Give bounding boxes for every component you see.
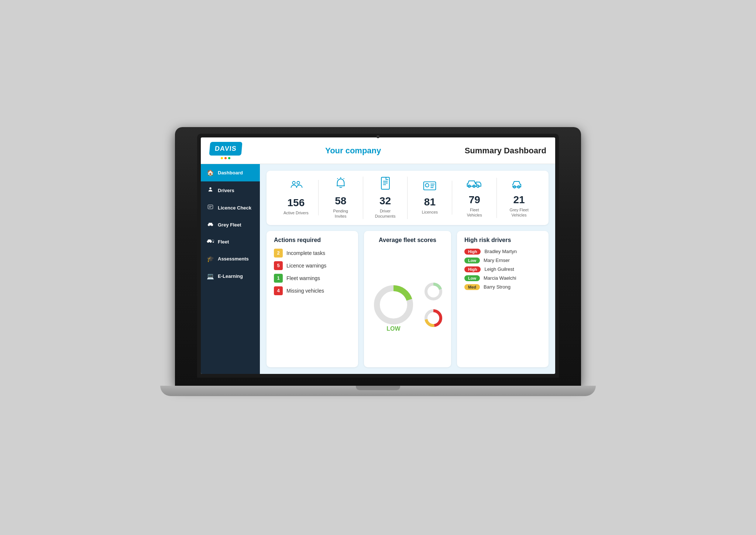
svg-point-6 [207, 241, 209, 243]
sidebar-label-drivers: Drivers [218, 188, 234, 193]
active-drivers-label: Active Drivers [284, 210, 309, 215]
stat-pending-invites[interactable]: 58 PendingInvites [319, 177, 363, 219]
screen: DAVIS Your company Summary Dashboard [201, 137, 555, 374]
svg-point-17 [426, 184, 429, 187]
pending-invites-number: 58 [335, 195, 346, 207]
sidebar-item-grey-fleet[interactable]: Grey Fleet [201, 216, 260, 233]
licence-warnings-label: Licence warnings [286, 263, 326, 269]
app-body: 🏠 Dashboard Drivers [201, 164, 555, 374]
dot-green [228, 157, 230, 159]
dashboard-title: Summary Dashboard [465, 146, 546, 156]
svg-rect-1 [208, 205, 213, 209]
main-donut-chart: LOW [371, 283, 416, 327]
risk-badge-4: Med [464, 284, 480, 290]
action-row-licence-warnings[interactable]: 5 Licence warnings [274, 261, 351, 270]
missing-vehicles-label: Missing vehicles [286, 288, 324, 294]
stat-active-drivers[interactable]: 156 Active Drivers [274, 180, 319, 215]
driver-docs-label: DriverDocuments [375, 208, 396, 219]
driver-docs-number: 32 [379, 195, 391, 207]
car-icon [207, 221, 214, 228]
fleet-score-label: LOW [386, 326, 400, 332]
laptop-base [160, 386, 596, 396]
fleet-scores-title: Average fleet scores [379, 237, 436, 243]
stats-row: 156 Active Drivers [267, 171, 549, 225]
risk-badge-1: Low [464, 258, 480, 263]
action-row-missing-vehicles[interactable]: 4 Missing vehicles [274, 286, 351, 295]
small-donut-2 [423, 308, 444, 328]
fleet-vehicles-label: FleetVehicles [467, 207, 482, 218]
stat-fleet-vehicles[interactable]: 79 FleetVehicles [452, 178, 497, 218]
laptop-frame: DAVIS Your company Summary Dashboard [175, 127, 581, 408]
pending-invites-label: PendingInvites [333, 208, 348, 219]
invites-icon [335, 177, 346, 192]
actions-required-card: Actions required 2 Incomplete tasks [267, 231, 358, 367]
actions-card-title: Actions required [274, 237, 351, 243]
sidebar-item-licence-check[interactable]: Licence Check [201, 199, 260, 216]
driver-row-0[interactable]: High Bradley Martyn [464, 249, 541, 255]
stat-grey-fleet[interactable]: 21 Grey FleetVehicles [497, 178, 541, 218]
licence-icon [207, 204, 214, 211]
company-name: Your company [325, 146, 381, 156]
documents-icon [380, 177, 391, 192]
main-content: 156 Active Drivers [260, 164, 555, 374]
sidebar-label-fleet: Fleet [218, 239, 229, 245]
driver-row-2[interactable]: High Leigh Guilrest [464, 266, 541, 272]
sidebar-item-dashboard[interactable]: 🏠 Dashboard [201, 164, 260, 181]
elearning-icon: 💻 [207, 273, 214, 280]
risk-badge-3: Low [464, 275, 480, 281]
licences-number: 81 [424, 196, 436, 208]
driver-name-0: Bradley Martyn [484, 249, 516, 254]
logo-badge: DAVIS [209, 142, 242, 156]
svg-point-4 [208, 225, 210, 226]
sidebar-label-elearning: E-Learning [218, 273, 243, 279]
logo-wrapper: DAVIS [210, 142, 242, 159]
sidebar-label-licence-check: Licence Check [218, 205, 251, 211]
incomplete-label: Incomplete tasks [286, 250, 325, 256]
grey-fleet-vehicles-icon [512, 178, 526, 191]
sidebar-label-dashboard: Dashboard [218, 170, 243, 176]
person-icon [207, 187, 214, 194]
action-row-incomplete[interactable]: 2 Incomplete tasks [274, 249, 351, 258]
svg-point-5 [211, 225, 213, 226]
sidebar-item-drivers[interactable]: Drivers [201, 181, 260, 199]
driver-name-1: Mary Ernser [484, 258, 510, 263]
dot-orange [224, 157, 227, 159]
missing-vehicles-badge: 4 [274, 286, 283, 295]
stat-driver-docs[interactable]: 32 DriverDocuments [363, 177, 408, 219]
donut-svg [371, 283, 416, 327]
svg-point-10 [297, 181, 300, 184]
sidebar-item-assessments[interactable]: 🎓 Assessments [201, 250, 260, 268]
fleet-warnings-label: Fleet warnings [286, 275, 320, 281]
laptop-body: DAVIS Your company Summary Dashboard [175, 127, 581, 386]
side-donuts [423, 281, 444, 328]
sidebar-label-assessments: Assessments [218, 256, 249, 262]
dot-yellow [221, 157, 223, 159]
fleet-scores-card: Average fleet scores [364, 231, 451, 367]
licences-icon [423, 181, 436, 193]
driver-name-3: Marcia Waelchi [484, 275, 516, 281]
driver-row-4[interactable]: Med Barry Strong [464, 284, 541, 290]
licence-warnings-badge: 5 [274, 261, 283, 270]
high-risk-drivers-card: High risk drivers High Bradley Martyn Lo… [457, 231, 549, 367]
graduation-icon: 🎓 [207, 255, 214, 262]
sidebar-item-elearning[interactable]: 💻 E-Learning [201, 268, 260, 285]
stat-licences[interactable]: 81 Licences [408, 181, 452, 215]
sidebar-item-fleet[interactable]: Fleet [201, 233, 260, 250]
svg-point-7 [210, 241, 212, 243]
driver-row-3[interactable]: Low Marcia Waelchi [464, 275, 541, 281]
webcam [377, 135, 379, 138]
app-header: DAVIS Your company Summary Dashboard [201, 137, 555, 164]
high-risk-title: High risk drivers [464, 237, 541, 243]
fleet-warnings-badge: 1 [274, 274, 283, 283]
driver-row-1[interactable]: Low Mary Ernser [464, 258, 541, 263]
active-drivers-number: 156 [288, 197, 305, 209]
cards-row: Actions required 2 Incomplete tasks [267, 231, 549, 367]
driver-name-2: Leigh Guilrest [484, 266, 514, 272]
svg-point-9 [292, 181, 295, 184]
drivers-icon [289, 180, 303, 194]
action-row-fleet-warnings[interactable]: 1 Fleet warnings [274, 274, 351, 283]
svg-point-0 [209, 187, 211, 189]
sidebar-label-grey-fleet: Grey Fleet [218, 222, 241, 228]
home-icon: 🏠 [207, 169, 214, 176]
fleet-vehicles-icon [467, 178, 482, 191]
